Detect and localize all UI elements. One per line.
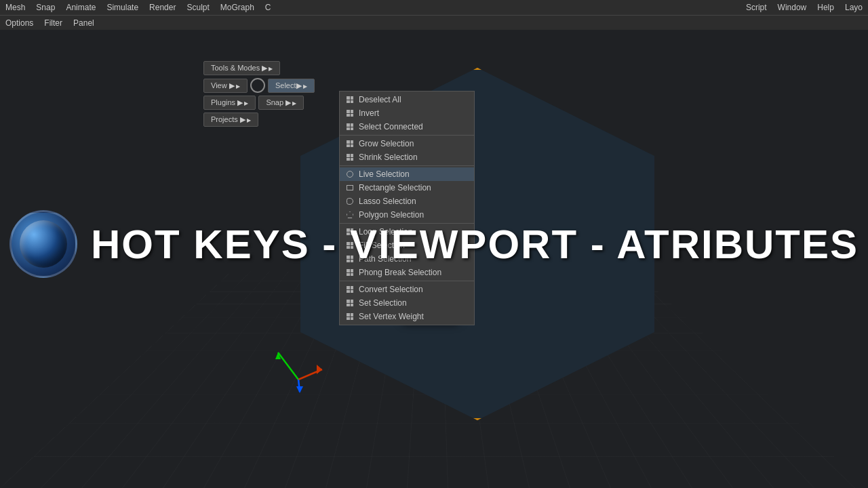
select-dropdown: Deselect All Invert Select Connected Gro… bbox=[339, 91, 475, 325]
live-selection-icon bbox=[345, 169, 355, 179]
second-menubar: Options Filter Panel bbox=[0, 15, 868, 30]
dropdown-item-live-selection[interactable]: Live Selection bbox=[340, 167, 474, 181]
tools-modes-button[interactable]: Tools & Modes ▶ bbox=[203, 61, 280, 75]
menu-filter[interactable]: Filter bbox=[44, 18, 62, 28]
menu-mograph[interactable]: MoGraph bbox=[220, 3, 254, 12]
menu-layo[interactable]: Layo bbox=[845, 3, 863, 12]
separator-1 bbox=[340, 135, 474, 136]
projects-button[interactable]: Projects ▶ bbox=[203, 113, 258, 127]
menu-panel[interactable]: Panel bbox=[73, 18, 94, 28]
invert-icon bbox=[345, 108, 355, 118]
axis-arrows bbox=[271, 339, 326, 393]
dropdown-item-rectangle-selection[interactable]: Rectangle Selection bbox=[340, 181, 474, 195]
cinema4d-logo bbox=[9, 210, 77, 278]
svg-line-0 bbox=[278, 352, 298, 380]
set-vertex-weight-icon bbox=[345, 312, 355, 321]
dropdown-item-invert[interactable]: Invert bbox=[340, 106, 474, 120]
menu-help[interactable]: Help bbox=[817, 3, 834, 12]
grow-selection-icon bbox=[345, 139, 355, 148]
menu-mesh[interactable]: Mesh bbox=[5, 3, 25, 12]
deselect-all-icon bbox=[345, 95, 355, 104]
separator-4 bbox=[340, 281, 474, 281]
convert-selection-icon bbox=[345, 285, 355, 294]
plugins-button[interactable]: Plugins ▶ bbox=[203, 96, 256, 110]
top-menubar: Mesh Snap Animate Simulate Render Sculpt… bbox=[0, 0, 868, 15]
toolbar-row-1: Tools & Modes ▶ bbox=[203, 61, 315, 75]
rectangle-selection-icon bbox=[345, 183, 355, 192]
logo-sphere bbox=[20, 220, 67, 268]
lasso-selection-icon bbox=[345, 197, 355, 206]
dropdown-item-lasso-selection[interactable]: Lasso Selection bbox=[340, 195, 474, 208]
menu-options[interactable]: Options bbox=[5, 18, 33, 28]
dropdown-item-grow-selection[interactable]: Grow Selection bbox=[340, 137, 474, 150]
dropdown-item-set-selection[interactable]: Set Selection bbox=[340, 296, 474, 310]
shrink-selection-icon bbox=[345, 152, 355, 162]
dropdown-item-set-vertex-weight[interactable]: Set Vertex Weight bbox=[340, 310, 474, 323]
dropdown-item-convert-selection[interactable]: Convert Selection bbox=[340, 283, 474, 296]
svg-marker-3 bbox=[317, 365, 322, 374]
dropdown-item-shrink-selection[interactable]: Shrink Selection bbox=[340, 150, 474, 164]
menu-animate[interactable]: Animate bbox=[66, 3, 96, 12]
snap-button[interactable]: Snap ▶ bbox=[258, 96, 304, 110]
menu-c[interactable]: C bbox=[265, 3, 271, 12]
toolbar-row-2: View ▶ Select▶ bbox=[203, 78, 315, 93]
dropdown-item-deselect-all[interactable]: Deselect All bbox=[340, 93, 474, 106]
svg-marker-5 bbox=[296, 386, 303, 393]
overlay-title-container: HOT KEYS - VIEWPORT - ATRIBUTES bbox=[9, 210, 859, 278]
menu-window[interactable]: Window bbox=[778, 3, 807, 12]
dropdown-item-select-connected[interactable]: Select Connected bbox=[340, 120, 474, 134]
menu-render[interactable]: Render bbox=[149, 3, 176, 12]
separator-2 bbox=[340, 165, 474, 166]
select-button[interactable]: Select▶ bbox=[268, 79, 315, 93]
set-selection-icon bbox=[345, 298, 355, 308]
menu-snap[interactable]: Snap bbox=[36, 3, 55, 12]
page-title: HOT KEYS - VIEWPORT - ATRIBUTES bbox=[91, 221, 859, 268]
view-button[interactable]: View ▶ bbox=[203, 79, 248, 93]
menu-script[interactable]: Script bbox=[746, 3, 767, 12]
circle-tool-button[interactable] bbox=[250, 78, 265, 93]
viewport-toolbar: Tools & Modes ▶ View ▶ Select▶ Plugins ▶… bbox=[203, 61, 315, 127]
menu-simulate[interactable]: Simulate bbox=[106, 3, 138, 12]
select-connected-icon bbox=[345, 122, 355, 131]
menu-sculpt[interactable]: Sculpt bbox=[186, 3, 209, 12]
toolbar-row-3: Plugins ▶ Snap ▶ bbox=[203, 96, 315, 110]
toolbar-row-4: Projects ▶ bbox=[203, 113, 315, 127]
